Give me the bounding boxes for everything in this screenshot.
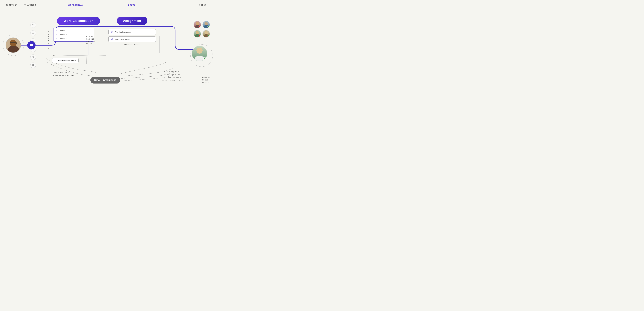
- agent-status-2: [208, 26, 210, 28]
- agent-row-middle: [194, 30, 210, 37]
- svg-point-29: [57, 38, 58, 38]
- capacity-label: CAPACITY: [200, 81, 210, 84]
- operational-data-label: ← OPERATIONAL DATA: [162, 71, 179, 72]
- svg-point-30: [57, 39, 58, 39]
- skills-label: SKILLS: [200, 79, 210, 81]
- svg-point-23: [56, 34, 56, 35]
- svg-point-24: [57, 34, 58, 34]
- customer-label: CUSTOMER: [6, 4, 18, 6]
- svg-point-34: [112, 38, 113, 39]
- agent-area: [194, 21, 210, 37]
- route-to-queue-ruleset[interactable]: Route to queue ruleset: [52, 58, 78, 63]
- deeper-relationships-label: ↗ DEEPER RELATIONSHIPS: [53, 75, 74, 76]
- agent-avatar-2: [202, 21, 210, 28]
- ruleset-1-label: Ruleset 1: [59, 29, 66, 32]
- svg-point-16: [33, 49, 34, 49]
- ruleset-2-icon: [56, 33, 58, 36]
- employee-signal-label: ← EMPLOYEE SIGNAL: [164, 74, 181, 75]
- svg-line-31: [56, 38, 57, 38]
- agent-label: AGENT: [199, 4, 206, 6]
- agent-avatar-3: [194, 30, 201, 37]
- work-classification-button[interactable]: Work Classification: [57, 17, 100, 25]
- svg-line-27: [56, 35, 57, 35]
- agent-presence-labels: PRESENCE SKILLS CAPACITY: [200, 76, 210, 84]
- chat-bubble-icon[interactable]: [27, 41, 36, 49]
- ruleset-2-label: Ruleset 2: [59, 34, 66, 36]
- customer-avatar: [6, 37, 21, 53]
- agent-status-4: [208, 35, 210, 37]
- ruleset-2-item: Ruleset 2: [56, 33, 92, 36]
- email-channel-icon[interactable]: [30, 22, 36, 28]
- svg-line-21: [56, 30, 57, 30]
- effective-employees-label: EFFECTIVE EMPLOYEES →↗: [161, 79, 183, 81]
- svg-point-28: [56, 38, 56, 39]
- agent-status-3: [198, 35, 200, 37]
- ruleset-n-label: Ruleset N: [59, 38, 67, 40]
- sms-channel-icon[interactable]: SMS: [30, 30, 36, 36]
- prioritisation-ruleset-item[interactable]: Prioritisation ruleset: [108, 29, 156, 35]
- svg-point-20: [57, 31, 58, 31]
- agent-avatar-1: [194, 21, 201, 28]
- svg-point-19: [57, 29, 58, 30]
- prioritisation-ruleset-label: Prioritisation ruleset: [115, 31, 130, 33]
- twitter-channel-icon[interactable]: [30, 54, 36, 60]
- ruleset-n-icon: [56, 37, 58, 40]
- assignment-ruleset-label: Assignment ruleset: [115, 38, 130, 40]
- ruleset-1-item: Ruleset 1: [56, 29, 92, 32]
- diagram-container: CUSTOMER CHANNELS WORKSTREAM QUEUE AGENT: [0, 0, 214, 104]
- queue-label: QUEUE: [128, 4, 136, 6]
- svg-line-32: [56, 39, 57, 39]
- agent-avatar-4: [202, 30, 210, 37]
- route-icon: [54, 59, 57, 61]
- agent-status-1: [198, 26, 200, 28]
- svg-line-26: [56, 34, 57, 34]
- workstream-label: WORKSTREAM: [68, 4, 84, 6]
- svg-point-25: [57, 35, 58, 35]
- ml-rules-label: MANUAL + MACHINE LEARNING RULES: [86, 36, 95, 45]
- svg-point-33: [112, 38, 112, 39]
- queue-section: Prioritisation ruleset Assignment rulese…: [108, 29, 156, 45]
- assignment-ruleset-item[interactable]: Assignment ruleset: [108, 36, 156, 42]
- execution-order-label: EXECUTION ORDER: [48, 30, 50, 49]
- efficient-ops-label: EFFICIENT OPS →: [167, 77, 181, 78]
- svg-text:SMS: SMS: [32, 33, 34, 33]
- presence-label: PRESENCE: [200, 76, 210, 79]
- svg-point-18: [56, 30, 56, 30]
- data-intelligence-label: Data + Intelligence: [94, 79, 116, 81]
- assignment-method-label: Assignment Method: [108, 44, 156, 45]
- assignment-button[interactable]: Assignment: [117, 17, 147, 25]
- assignment-ruleset-icon: [111, 38, 113, 40]
- route-queue-label: Route to queue ruleset: [58, 59, 76, 61]
- agent-row-top: [194, 21, 210, 28]
- prioritisation-icon: [111, 31, 113, 33]
- channels-label: CHANNELS: [24, 4, 36, 6]
- data-intelligence-pill: Data + Intelligence: [90, 77, 120, 83]
- main-agent-avatar: [192, 46, 207, 61]
- customer-signal-label: CUSTOMER SIGNAL →: [54, 72, 72, 73]
- ruleset-1-icon: [56, 29, 58, 32]
- svg-line-22: [56, 30, 57, 31]
- messenger-channel-icon[interactable]: [30, 62, 36, 68]
